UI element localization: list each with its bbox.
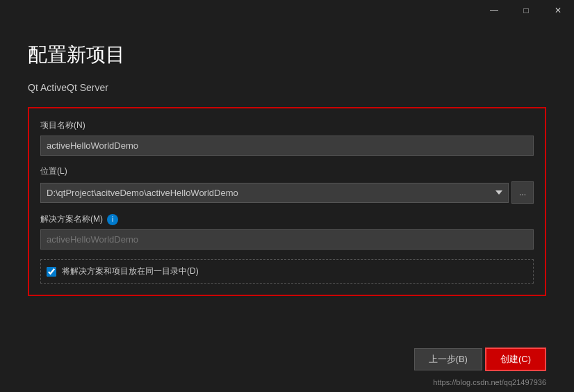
location-label: 位置(L) [40,165,534,177]
form-section: 项目名称(N) 位置(L) D:\qtProject\acitveDemo\ac… [28,107,546,296]
location-select[interactable]: D:\qtProject\acitveDemo\activeHelloWorld… [40,183,509,203]
checkbox-row: 将解决方案和项目放在同一目录中(D) [40,259,534,284]
minimize-button[interactable]: — [478,0,510,21]
checkbox-label: 将解决方案和项目放在同一目录中(D) [62,266,199,277]
same-directory-checkbox[interactable] [47,267,56,277]
bottom-bar: 上一步(B) 创建(C) [414,348,546,371]
solution-name-input[interactable] [40,229,534,250]
project-name-group: 项目名称(N) [40,120,534,156]
project-type-label: Qt ActiveQt Server [28,82,546,93]
prev-button[interactable]: 上一步(B) [414,348,482,370]
title-bar: — □ ✕ [478,0,574,21]
location-group: 位置(L) D:\qtProject\acitveDemo\activeHell… [40,165,534,204]
maximize-button[interactable]: □ [510,0,542,21]
solution-label-row: 解决方案名称(M) i [40,213,534,225]
solution-name-label: 解决方案名称(M) [40,213,103,225]
browse-button[interactable]: ... [511,181,534,204]
project-name-label: 项目名称(N) [40,120,534,131]
info-icon[interactable]: i [107,214,118,225]
location-row: D:\qtProject\acitveDemo\activeHelloWorld… [40,181,534,204]
main-content: 配置新项目 Qt ActiveQt Server 项目名称(N) 位置(L) D… [0,21,574,392]
create-button[interactable]: 创建(C) [485,348,546,371]
solution-name-group: 解决方案名称(M) i [40,213,534,250]
close-button[interactable]: ✕ [542,0,574,21]
footer-url: https://blog.csdn.net/qq21497936 [433,378,546,386]
project-name-input[interactable] [40,136,534,156]
page-title: 配置新项目 [28,42,546,68]
